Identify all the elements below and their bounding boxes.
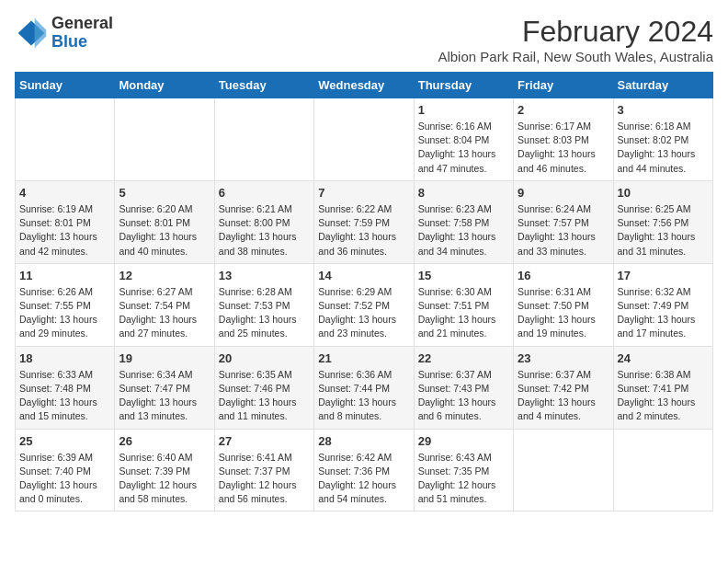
weekday-header: Thursday	[414, 73, 513, 98]
weekday-header: Sunday	[16, 73, 115, 98]
calendar-cell: 3Sunrise: 6:18 AMSunset: 8:02 PMDaylight…	[613, 98, 712, 181]
calendar-week-row: 25Sunrise: 6:39 AMSunset: 7:40 PMDayligh…	[16, 429, 713, 511]
day-number: 3	[618, 103, 709, 117]
calendar-week-row: 18Sunrise: 6:33 AMSunset: 7:48 PMDayligh…	[16, 346, 713, 429]
day-info: Sunrise: 6:23 AMSunset: 7:58 PMDaylight:…	[418, 202, 509, 259]
calendar-cell: 4Sunrise: 6:19 AMSunset: 8:01 PMDaylight…	[16, 180, 115, 263]
day-info: Sunrise: 6:34 AMSunset: 7:47 PMDaylight:…	[119, 368, 210, 424]
logo-icon	[15, 17, 48, 50]
day-info: Sunrise: 6:22 AMSunset: 7:59 PMDaylight:…	[318, 202, 409, 259]
day-info: Sunrise: 6:42 AMSunset: 7:36 PMDaylight:…	[318, 451, 409, 507]
day-info: Sunrise: 6:30 AMSunset: 7:51 PMDaylight:…	[418, 285, 509, 341]
day-number: 8	[418, 186, 509, 200]
day-info: Sunrise: 6:33 AMSunset: 7:48 PMDaylight:…	[19, 368, 110, 424]
day-number: 22	[418, 351, 509, 365]
calendar-cell: 21Sunrise: 6:36 AMSunset: 7:44 PMDayligh…	[314, 346, 414, 429]
day-info: Sunrise: 6:31 AMSunset: 7:50 PMDaylight:…	[518, 285, 609, 341]
calendar-body: 1Sunrise: 6:16 AMSunset: 8:04 PMDaylight…	[16, 98, 713, 511]
calendar-cell: 15Sunrise: 6:30 AMSunset: 7:51 PMDayligh…	[414, 263, 513, 346]
day-number: 2	[518, 103, 609, 117]
day-info: Sunrise: 6:16 AMSunset: 8:04 PMDaylight:…	[418, 120, 509, 176]
weekday-header: Friday	[514, 73, 613, 98]
day-number: 24	[618, 351, 709, 365]
weekday-header: Wednesday	[314, 73, 414, 98]
page-header: General Blue February 2024 Albion Park R…	[15, 15, 713, 64]
day-info: Sunrise: 6:19 AMSunset: 8:01 PMDaylight:…	[19, 202, 110, 259]
day-info: Sunrise: 6:21 AMSunset: 8:00 PMDaylight:…	[219, 202, 310, 259]
day-info: Sunrise: 6:38 AMSunset: 7:41 PMDaylight:…	[618, 368, 709, 424]
calendar-cell: 22Sunrise: 6:37 AMSunset: 7:43 PMDayligh…	[414, 346, 513, 429]
calendar-cell: 12Sunrise: 6:27 AMSunset: 7:54 PMDayligh…	[115, 263, 214, 346]
calendar-cell: 19Sunrise: 6:34 AMSunset: 7:47 PMDayligh…	[115, 346, 214, 429]
weekday-header: Tuesday	[214, 73, 313, 98]
day-info: Sunrise: 6:35 AMSunset: 7:46 PMDaylight:…	[219, 368, 310, 424]
day-info: Sunrise: 6:40 AMSunset: 7:39 PMDaylight:…	[119, 451, 210, 507]
calendar-week-row: 11Sunrise: 6:26 AMSunset: 7:55 PMDayligh…	[16, 263, 713, 346]
day-info: Sunrise: 6:32 AMSunset: 7:49 PMDaylight:…	[618, 285, 709, 341]
day-info: Sunrise: 6:37 AMSunset: 7:42 PMDaylight:…	[518, 368, 609, 424]
day-number: 26	[119, 434, 210, 448]
day-info: Sunrise: 6:41 AMSunset: 7:37 PMDaylight:…	[219, 451, 310, 507]
calendar-cell	[314, 98, 414, 181]
calendar-cell: 18Sunrise: 6:33 AMSunset: 7:48 PMDayligh…	[16, 346, 115, 429]
calendar-table: SundayMondayTuesdayWednesdayThursdayFrid…	[15, 72, 713, 511]
calendar-cell: 24Sunrise: 6:38 AMSunset: 7:41 PMDayligh…	[613, 346, 712, 429]
day-number: 29	[418, 434, 509, 448]
day-number: 19	[119, 351, 210, 365]
calendar-cell: 13Sunrise: 6:28 AMSunset: 7:53 PMDayligh…	[214, 263, 313, 346]
day-number: 21	[318, 351, 409, 365]
calendar-cell: 5Sunrise: 6:20 AMSunset: 8:01 PMDaylight…	[115, 180, 214, 263]
day-info: Sunrise: 6:17 AMSunset: 8:03 PMDaylight:…	[518, 120, 609, 176]
day-info: Sunrise: 6:18 AMSunset: 8:02 PMDaylight:…	[618, 120, 709, 176]
day-number: 11	[19, 269, 110, 282]
day-number: 17	[618, 269, 709, 282]
day-info: Sunrise: 6:39 AMSunset: 7:40 PMDaylight:…	[19, 451, 110, 507]
logo-text: General Blue	[51, 15, 113, 52]
day-info: Sunrise: 6:25 AMSunset: 7:56 PMDaylight:…	[618, 202, 709, 259]
calendar-cell: 23Sunrise: 6:37 AMSunset: 7:42 PMDayligh…	[514, 346, 613, 429]
day-number: 9	[518, 186, 609, 200]
calendar-cell: 20Sunrise: 6:35 AMSunset: 7:46 PMDayligh…	[214, 346, 313, 429]
day-info: Sunrise: 6:37 AMSunset: 7:43 PMDaylight:…	[418, 368, 509, 424]
day-number: 13	[219, 269, 310, 282]
calendar-week-row: 1Sunrise: 6:16 AMSunset: 8:04 PMDaylight…	[16, 98, 713, 181]
day-number: 25	[19, 434, 110, 448]
svg-marker-1	[35, 18, 47, 48]
day-number: 10	[618, 186, 709, 200]
day-number: 23	[518, 351, 609, 365]
day-info: Sunrise: 6:28 AMSunset: 7:53 PMDaylight:…	[219, 285, 310, 341]
day-number: 18	[19, 351, 110, 365]
calendar-cell: 9Sunrise: 6:24 AMSunset: 7:57 PMDaylight…	[514, 180, 613, 263]
calendar-cell: 29Sunrise: 6:43 AMSunset: 7:35 PMDayligh…	[414, 429, 513, 511]
calendar-cell: 6Sunrise: 6:21 AMSunset: 8:00 PMDaylight…	[214, 180, 313, 263]
day-number: 6	[219, 186, 310, 200]
calendar-cell: 26Sunrise: 6:40 AMSunset: 7:39 PMDayligh…	[115, 429, 214, 511]
day-info: Sunrise: 6:36 AMSunset: 7:44 PMDaylight:…	[318, 368, 409, 424]
calendar-cell: 17Sunrise: 6:32 AMSunset: 7:49 PMDayligh…	[613, 263, 712, 346]
calendar-cell: 1Sunrise: 6:16 AMSunset: 8:04 PMDaylight…	[414, 98, 513, 181]
calendar-cell: 8Sunrise: 6:23 AMSunset: 7:58 PMDaylight…	[414, 180, 513, 263]
calendar-cell	[514, 429, 613, 511]
logo: General Blue	[15, 15, 113, 52]
day-info: Sunrise: 6:27 AMSunset: 7:54 PMDaylight:…	[119, 285, 210, 341]
day-number: 14	[318, 269, 409, 282]
calendar-cell: 11Sunrise: 6:26 AMSunset: 7:55 PMDayligh…	[16, 263, 115, 346]
weekday-header: Monday	[115, 73, 214, 98]
day-info: Sunrise: 6:24 AMSunset: 7:57 PMDaylight:…	[518, 202, 609, 259]
calendar-cell: 7Sunrise: 6:22 AMSunset: 7:59 PMDaylight…	[314, 180, 414, 263]
day-number: 1	[418, 103, 509, 117]
day-number: 28	[318, 434, 409, 448]
day-number: 7	[318, 186, 409, 200]
calendar-cell	[115, 98, 214, 181]
calendar-header-row: SundayMondayTuesdayWednesdayThursdayFrid…	[16, 73, 713, 98]
logo-general: General	[51, 15, 113, 33]
calendar-week-row: 4Sunrise: 6:19 AMSunset: 8:01 PMDaylight…	[16, 180, 713, 263]
calendar-cell: 16Sunrise: 6:31 AMSunset: 7:50 PMDayligh…	[514, 263, 613, 346]
subtitle: Albion Park Rail, New South Wales, Austr…	[438, 49, 713, 64]
day-number: 16	[518, 269, 609, 282]
day-number: 4	[19, 186, 110, 200]
day-info: Sunrise: 6:29 AMSunset: 7:52 PMDaylight:…	[318, 285, 409, 341]
day-number: 12	[119, 269, 210, 282]
day-number: 27	[219, 434, 310, 448]
calendar-cell: 10Sunrise: 6:25 AMSunset: 7:56 PMDayligh…	[613, 180, 712, 263]
